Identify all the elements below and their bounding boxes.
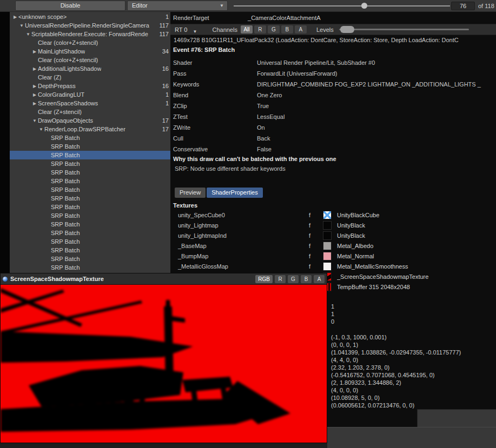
- property-value: On: [257, 122, 495, 133]
- property-value: True: [257, 101, 495, 111]
- tree-row[interactable]: SRP Batch: [10, 185, 170, 194]
- channels-label: Channels: [212, 26, 237, 33]
- texture-name: unity_SpecCube0: [170, 212, 309, 218]
- tree-row-count: 117: [149, 22, 169, 29]
- levels-slider-thumb[interactable]: [340, 26, 354, 33]
- foldout-icon[interactable]: ▶: [31, 49, 38, 54]
- vector-value: (1.041399, 1.038826, -0.02947355, -0.011…: [331, 349, 461, 356]
- tree-row[interactable]: Clear (Z): [10, 73, 170, 82]
- tab[interactable]: ShaderProperties: [207, 188, 263, 198]
- tree-row[interactable]: SRP Batch: [10, 220, 170, 229]
- foldout-icon[interactable]: ▼: [31, 118, 38, 123]
- tree-row[interactable]: SRP Batch: [10, 263, 170, 272]
- disable-button[interactable]: Disable: [15, 1, 125, 11]
- property-key: Conservative: [173, 144, 257, 155]
- tree-row-label: SRP Batch: [51, 212, 80, 219]
- tree-row[interactable]: SRP Batch: [10, 168, 170, 177]
- tree-row[interactable]: ▼ ScriptableRenderer.Execute: ForwardRen…: [10, 30, 170, 38]
- foldout-icon[interactable]: ▶: [31, 84, 38, 89]
- channel-button[interactable]: A: [295, 25, 307, 34]
- tree-row[interactable]: Clear (Z+stencil): [10, 108, 170, 116]
- foldout-icon[interactable]: ▶: [31, 66, 38, 71]
- window-bottom-panel: [327, 427, 496, 448]
- tree-row-label: SRP Batch: [51, 161, 80, 167]
- tree-row[interactable]: SRP Batch: [10, 237, 170, 246]
- render-target-toolbar: RT 0 ▼ Channels AllRGBA Levels: [170, 24, 496, 35]
- tree-row[interactable]: SRP Batch: [10, 142, 170, 151]
- rt-index-dropdown[interactable]: RT 0 ▼: [175, 26, 199, 33]
- tree-row-label: SRP Batch: [51, 152, 80, 158]
- preview-channel-button[interactable]: B: [301, 275, 312, 283]
- tree-row[interactable]: ▼ RenderLoop.DrawSRPBatcher 17: [10, 125, 170, 133]
- preview-channel-button[interactable]: R: [275, 275, 286, 283]
- vector-value: (0, 0, 0, 1): [331, 341, 461, 349]
- tree-row[interactable]: ▶ AdditionalLightsShadow 16: [10, 64, 170, 73]
- vector-value: (0.06005612, 0.07213476, 0, 0): [331, 402, 461, 409]
- tree-row[interactable]: SRP Batch: [10, 255, 170, 263]
- tree-row[interactable]: SRP Batch: [10, 229, 170, 237]
- tree-row[interactable]: SRP Batch: [10, 246, 170, 255]
- property-value: ForwardLit (UniversalForward): [257, 68, 495, 79]
- tree-row[interactable]: SRP Batch: [10, 211, 170, 220]
- tree-row[interactable]: ▶ MainLightShadow 34: [10, 47, 170, 56]
- tree-row-label: AdditionalLightsShadow: [38, 65, 101, 72]
- vector-value: (2.32, 1.203, 2.378, 0): [331, 364, 461, 371]
- property-row: Keywords DIRLIGHTMAP_COMBINED FOG_EXP2 L…: [173, 79, 495, 90]
- shadowmap-preview-image: [1, 285, 327, 443]
- property-row: Shader Universal Render Pipeline/Lit, Su…: [173, 57, 495, 68]
- texture-row[interactable]: unity_LightmapInd f UnityBlack: [170, 230, 496, 240]
- tree-row[interactable]: SRP Batch: [10, 151, 170, 159]
- channel-button[interactable]: All: [241, 25, 253, 34]
- tree-row[interactable]: Clear (color+Z+stencil): [10, 56, 170, 64]
- channel-button[interactable]: R: [254, 25, 266, 34]
- foldout-icon[interactable]: ▶: [31, 101, 38, 106]
- tree-row[interactable]: SRP Batch: [10, 194, 170, 203]
- tree-row[interactable]: Clear (color+Z+stencil): [10, 38, 170, 47]
- foldout-icon[interactable]: ▼: [25, 32, 31, 37]
- tree-row-count: 17: [93, 117, 169, 124]
- foldout-icon[interactable]: ▼: [18, 23, 25, 28]
- event-number-field[interactable]: 76: [451, 2, 475, 10]
- tree-row[interactable]: ▶ ScreenSpaceShadows 1: [10, 99, 170, 108]
- preview-channel-button[interactable]: G: [288, 275, 299, 283]
- channel-button[interactable]: G: [268, 25, 280, 34]
- buffer-info-text: 1469x728 B10G11R11_UFloatPack32 (LoadAct…: [174, 37, 495, 43]
- tab[interactable]: Preview: [175, 188, 206, 198]
- preview-titlebar[interactable]: ScreenSpaceShadowmapTexture RGBRGBA: [1, 273, 327, 285]
- foldout-icon[interactable]: ▼: [38, 127, 44, 132]
- tree-row[interactable]: ▶ DepthPrepass 16: [10, 82, 170, 90]
- channel-button[interactable]: B: [281, 25, 293, 34]
- texture-row[interactable]: unity_Lightmap f UnityBlack: [170, 220, 496, 230]
- event-title: Event #76: SRP Batch: [173, 46, 235, 53]
- event-slider[interactable]: [234, 5, 450, 6]
- float-values: 110: [331, 303, 334, 325]
- preview-channel-button[interactable]: RGB: [255, 275, 273, 283]
- rt-index-label: RT 0: [175, 26, 187, 33]
- tree-row[interactable]: SRP Batch: [10, 203, 170, 211]
- tree-row[interactable]: ▶ ColorGradingLUT 1: [10, 90, 170, 99]
- tree-row[interactable]: SRP Batch: [10, 133, 170, 142]
- target-selector-dropdown[interactable]: Editor ▼: [127, 1, 228, 11]
- foldout-icon[interactable]: ▶: [31, 92, 38, 97]
- tree-row[interactable]: SRP Batch: [10, 159, 170, 168]
- preview-channel-button[interactable]: A: [314, 275, 325, 283]
- texture-row[interactable]: unity_SpecCube0 f UnityBlackCube: [170, 210, 496, 220]
- tree-row[interactable]: SRP Batch: [10, 177, 170, 185]
- levels-slider[interactable]: [339, 29, 469, 30]
- property-row: ZWrite On: [173, 122, 495, 133]
- textures-heading: Textures: [173, 202, 197, 209]
- property-key: Blend: [173, 90, 257, 101]
- foldout-icon[interactable]: ▶: [12, 15, 18, 19]
- tree-row[interactable]: ▼ UniversalRenderPipeline.RenderSingleCa…: [10, 21, 170, 30]
- texture-row[interactable]: _BaseMap f Metal_Albedo: [170, 240, 496, 251]
- event-slider-thumb[interactable]: [361, 3, 367, 9]
- texture-row[interactable]: _MetallicGlossMap f Metal_MetallicSmooth…: [170, 261, 496, 271]
- tree-row[interactable]: ▶ <unknown scope> 1: [10, 12, 170, 21]
- texture-name: unity_Lightmap: [170, 222, 309, 229]
- vector-values: (-1, 0.3, 1000, 0.001)(0, 0, 0, 1)(1.041…: [331, 333, 461, 409]
- frame-debugger-window: Disable Editor ▼ 76 of 118 ▶ <unknown sc…: [0, 0, 496, 448]
- texture-row[interactable]: _BumpMap f Metal_Normal: [170, 251, 496, 261]
- tree-row[interactable]: ▼ DrawOpaqueObjects 17: [10, 116, 170, 125]
- chevron-down-icon: ▼: [220, 1, 224, 10]
- tree-row-label: SRP Batch: [51, 186, 80, 193]
